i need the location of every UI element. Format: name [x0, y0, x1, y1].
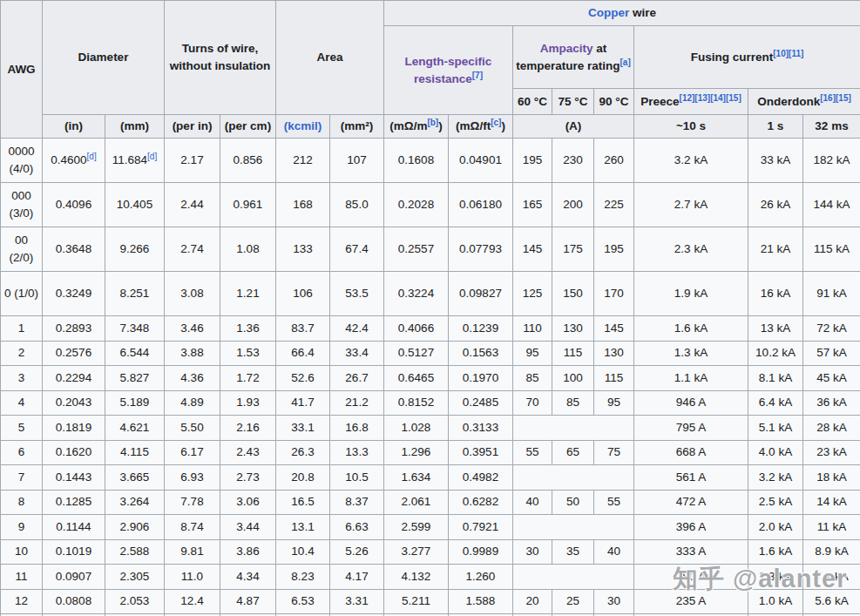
- cell-ampacity-60c: 85: [513, 366, 552, 391]
- cell-turns-per-in: 8.74: [165, 515, 220, 540]
- cell-ampacity-75c: 50: [552, 490, 594, 515]
- cell-ampacity-60c: 195: [513, 139, 552, 183]
- cell-ampacity-60c: 125: [513, 272, 552, 316]
- cell-ampacity-blank: [513, 565, 634, 590]
- cell-diameter-in: 0.1285: [43, 490, 105, 515]
- cell-diameter-mm: 2.906: [105, 515, 165, 540]
- cell-area-mm2: 67.4: [330, 227, 384, 272]
- cell-ampacity-60c: 20: [513, 589, 552, 614]
- cell-fusing-onderdonk-32ms: 8.9 kA: [803, 539, 860, 565]
- cell-awg: 6: [1, 440, 43, 465]
- cell-turns-per-cm: 1.08: [220, 227, 276, 272]
- cell-resistance-mohm-m: 0.3224: [384, 272, 449, 316]
- cell-resistance-mohm-m: 0.4066: [384, 316, 449, 342]
- unit-header-mm: (mm): [105, 115, 165, 139]
- cell-diameter-mm: 5.827: [105, 366, 165, 391]
- cell-diameter-mm: 4.115: [105, 440, 165, 465]
- cell-fusing-onderdonk-32ms: 182 kA: [803, 139, 860, 183]
- wiki-link-visited[interactable]: Ampacity: [540, 42, 593, 55]
- cell-ampacity-90c: 40: [594, 539, 634, 565]
- cell-diameter-mm: 11.684[d]: [105, 139, 165, 183]
- cell-diameter-mm: 4.621: [105, 416, 165, 441]
- cell-area-mm2: 85.0: [330, 183, 384, 227]
- table-row: 120.08082.05312.44.876.533.315.2111.5882…: [1, 589, 860, 614]
- cell-resistance-mohm-ft: 0.1239: [449, 316, 513, 342]
- ref-link[interactable]: [13]: [694, 92, 710, 102]
- cell-fusing-onderdonk-1s: 2.0 kA: [748, 515, 803, 540]
- cell-ampacity-75c: 35: [552, 539, 594, 565]
- ref-link[interactable]: [15]: [726, 92, 741, 102]
- cell-area-kcmil: 83.7: [276, 316, 330, 342]
- cell-resistance-mohm-ft: 0.7921: [449, 515, 513, 540]
- cell-resistance-mohm-m: 0.2557: [384, 227, 449, 272]
- ref-link[interactable]: [a]: [620, 57, 631, 66]
- cell-resistance-mohm-ft: 0.06180: [449, 183, 513, 227]
- cell-diameter-in: 0.2043: [43, 390, 105, 416]
- table-row: 70.14433.6656.932.7320.810.51.6340.49825…: [1, 465, 860, 491]
- wiki-link[interactable]: Copper: [588, 6, 629, 19]
- ref-link[interactable]: [10]: [773, 48, 789, 58]
- ref-link[interactable]: [15]: [836, 92, 851, 102]
- cell-diameter-in: 0.0907: [43, 565, 105, 590]
- ref-link[interactable]: [b]: [427, 118, 438, 127]
- cell-resistance-mohm-m: 0.2028: [384, 183, 449, 227]
- cell-ampacity-60c: 55: [513, 440, 552, 465]
- cell-diameter-mm: 2.053: [105, 589, 165, 614]
- cell-resistance-mohm-ft: 0.6282: [449, 490, 513, 515]
- unit-header-mm2: (mm²): [330, 115, 384, 139]
- cell-ampacity-60c: 40: [513, 490, 552, 515]
- cell-area-mm2: 33.4: [330, 341, 384, 366]
- cell-fusing-preece: 280 A: [634, 565, 748, 590]
- wiki-link[interactable]: (kcmil): [284, 119, 322, 132]
- ref-link[interactable]: [12]: [680, 92, 695, 102]
- cell-diameter-mm: 6.544: [105, 341, 165, 366]
- unit-header-32ms: 32 ms: [803, 115, 860, 139]
- ref-link[interactable]: [d]: [87, 152, 97, 161]
- cell-resistance-mohm-ft: 0.3951: [449, 440, 513, 465]
- cell-fusing-preece: 1.9 kA: [634, 272, 748, 316]
- cell-fusing-preece: 3.2 kA: [634, 139, 748, 183]
- cell-resistance-mohm-m: 4.132: [384, 565, 449, 590]
- cell-area-kcmil: 10.4: [276, 539, 330, 565]
- ref-link[interactable]: [11]: [789, 48, 803, 58]
- cell-turns-per-cm: 0.856: [220, 139, 276, 183]
- ref-link[interactable]: [7]: [472, 70, 483, 79]
- cell-fusing-onderdonk-32ms: 7.1 kA: [803, 565, 860, 590]
- table-row: 80.12853.2647.783.0616.58.372.0610.62824…: [1, 490, 860, 515]
- cell-turns-per-cm: 2.73: [220, 465, 276, 491]
- table-header: AWG Diameter Turns of wire, without insu…: [1, 1, 860, 139]
- cell-resistance-mohm-m: 2.599: [384, 515, 449, 540]
- ref-link[interactable]: [c]: [491, 118, 501, 127]
- header-row-units: (in) (mm) (per in) (per cm) (kcmil) (mm²…: [1, 115, 860, 139]
- col-header-75c: 75 °C: [552, 89, 594, 115]
- ref-link[interactable]: [16]: [820, 92, 836, 102]
- cell-area-kcmil: 20.8: [276, 465, 330, 491]
- cell-turns-per-cm: 2.16: [220, 416, 276, 441]
- cell-resistance-mohm-m: 1.634: [384, 465, 449, 491]
- cell-turns-per-in: 7.78: [165, 490, 220, 515]
- cell-fusing-onderdonk-32ms: 28 kA: [803, 416, 860, 441]
- cell-turns-per-in: 2.74: [165, 227, 220, 272]
- cell-awg: 12: [1, 589, 43, 614]
- cell-ampacity-90c: 145: [594, 316, 634, 342]
- cell-ampacity-60c: 95: [513, 341, 552, 366]
- cell-turns-per-cm: 0.961: [220, 183, 276, 227]
- cell-diameter-in: 0.1144: [43, 515, 105, 540]
- cell-resistance-mohm-ft: 0.04901: [449, 139, 513, 183]
- cell-diameter-in: 0.1819: [43, 416, 105, 441]
- cell-turns-per-in: 2.17: [165, 139, 220, 183]
- table-row: 30.22945.8274.361.7252.626.70.64650.1970…: [1, 366, 860, 391]
- cell-turns-per-in: 9.81: [165, 539, 220, 565]
- col-header-60c: 60 °C: [513, 89, 552, 115]
- cell-turns-per-cm: 1.36: [220, 316, 276, 342]
- cell-turns-per-cm: 3.44: [220, 515, 276, 540]
- cell-turns-per-in: 12.4: [165, 589, 220, 614]
- col-header-ampacity: Ampacity at temperature rating[a]: [513, 26, 634, 89]
- cell-resistance-mohm-m: 1.296: [384, 440, 449, 465]
- cell-turns-per-cm: 1.53: [220, 341, 276, 366]
- ref-link[interactable]: [d]: [147, 152, 157, 161]
- col-header-90c: 90 °C: [594, 89, 634, 115]
- cell-resistance-mohm-ft: 0.07793: [449, 227, 513, 272]
- cell-ampacity-90c: 170: [594, 272, 634, 316]
- ref-link[interactable]: [14]: [710, 92, 726, 102]
